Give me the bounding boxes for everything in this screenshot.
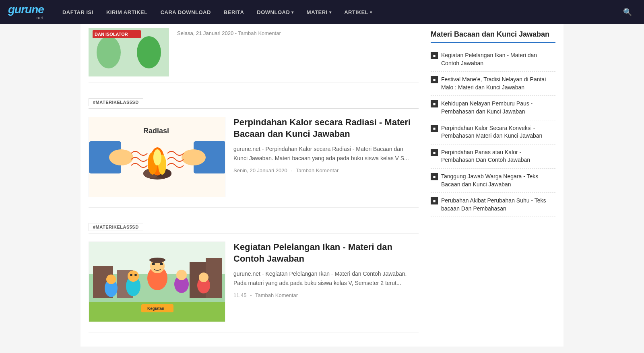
nav-materi[interactable]: MATERI ▾ (300, 0, 338, 24)
svg-point-33 (128, 270, 139, 282)
sidebar-item-text-4: Perpindahan Kalor Secara Konveksi - Pemb… (441, 124, 555, 140)
svg-point-35 (134, 274, 137, 276)
nav-download[interactable]: DOWNLOAD ▾ (250, 0, 300, 24)
article-card-1: Radiasi Perpindahan Kalor secara Radiasi… (89, 117, 419, 208)
article-date: Selasa, 21 Januari 2020 - Tambah Komenta… (177, 28, 281, 36)
article-meta-1: Senin, 20 Januari 2020 - Tambah Komentar (233, 167, 419, 173)
article-body-2: Kegiatan Pelelangan Ikan - Materi dan Co… (233, 242, 419, 322)
article-card-2: Kegiatan Kegiatan Pelelangan Ikan - Mate… (89, 242, 419, 332)
article-title-1[interactable]: Perpindahan Kalor secara Radiasi - Mater… (233, 117, 419, 140)
article-image-2: Kegiatan (89, 242, 225, 322)
svg-point-17 (153, 149, 161, 165)
article-excerpt-2: gurune.net - Kegiatan Pelelangan Ikan - … (233, 269, 419, 287)
svg-text:DAN ISOLATOR: DAN ISOLATOR (95, 32, 128, 37)
sidebar-item-text-2: Festival Mane'e, Tradisi Nelayan di Pant… (441, 76, 555, 91)
nav-links: DAFTAR ISI KIRIM ARTIKEL CARA DOWNLOAD B… (56, 0, 619, 24)
category-tag-2[interactable]: #MATERIKELAS5SD (89, 223, 143, 231)
svg-point-28 (152, 263, 155, 265)
sidebar-list: ■ Kegiatan Pelelangan Ikan - Materi dan … (431, 47, 555, 217)
nav-daftar-isi[interactable]: DAFTAR ISI (56, 0, 100, 24)
logo-text: gurune (8, 4, 44, 15)
category-section-1: #MATERIKELAS5SD (89, 90, 419, 208)
article-top-meta: Selasa, 21 Januari 2020 - Tambah Komenta… (177, 28, 281, 36)
svg-point-37 (176, 270, 187, 280)
chevron-down-icon: ▾ (329, 10, 332, 14)
bookmark-icon-1: ■ (431, 52, 438, 59)
svg-text:Kegiatan: Kegiatan (147, 306, 164, 311)
sidebar-item-1[interactable]: ■ Kegiatan Pelelangan Ikan - Materi dan … (431, 47, 555, 72)
article-meta-2: 11.45 - Tambah Komentar (233, 292, 419, 298)
sidebar-item-7[interactable]: ■ Perubahan Akibat Perubahan Suhu - Teks… (431, 193, 555, 217)
chevron-down-icon: ▾ (370, 10, 372, 14)
bookmark-icon-3: ■ (431, 100, 438, 107)
svg-point-3 (137, 36, 161, 68)
sidebar-item-5[interactable]: ■ Perpindahan Panas atau Kalor - Pembaha… (431, 145, 555, 169)
nav-artikel[interactable]: ARTIKEL ▾ (338, 0, 378, 24)
article-top-image: DAN ISOLATOR (89, 28, 169, 76)
bookmark-icon-2: ■ (431, 76, 438, 83)
svg-point-39 (106, 275, 116, 284)
sidebar-item-4[interactable]: ■ Perpindahan Kalor Secara Konveksi - Pe… (431, 120, 555, 145)
svg-rect-31 (153, 258, 162, 263)
sidebar: Materi Bacaan dan Kunci Jawaban ■ Kegiat… (431, 24, 555, 347)
nav-kirim-artikel[interactable]: KIRIM ARTIKEL (100, 0, 154, 24)
nav-cara-download[interactable]: CARA DOWNLOAD (154, 0, 217, 24)
svg-point-34 (130, 274, 132, 276)
article-excerpt-1: gurune.net - Perpindahan Kalor secara Ra… (233, 145, 419, 163)
sidebar-item-2[interactable]: ■ Festival Mane'e, Tradisi Nelayan di Pa… (431, 72, 555, 96)
bookmark-icon-4: ■ (431, 125, 438, 132)
sidebar-item-6[interactable]: ■ Tanggung Jawab Warga Negara - Teks Bac… (431, 169, 555, 193)
article-image-1: Radiasi (89, 117, 225, 197)
sidebar-title: Materi Bacaan dan Kunci Jawaban (431, 30, 555, 43)
chevron-down-icon: ▾ (291, 10, 294, 14)
site-logo[interactable]: gurune net (8, 4, 44, 20)
svg-point-10 (182, 149, 206, 165)
bookmark-icon-5: ■ (431, 149, 438, 156)
sidebar-item-text-5: Perpindahan Panas atau Kalor - Pembahasa… (441, 149, 555, 164)
bookmark-icon-6: ■ (431, 173, 438, 180)
category-tag-1[interactable]: #MATERIKELAS5SD (89, 98, 143, 106)
svg-point-2 (97, 36, 121, 68)
nav-berita[interactable]: BERITA (217, 0, 250, 24)
article-date-2: 11.45 (233, 292, 247, 298)
sidebar-item-text-6: Tanggung Jawab Warga Negara - Teks Bacaa… (441, 173, 555, 188)
article-comment-1[interactable]: Tambah Komentar (296, 167, 339, 173)
article-top-partial: DAN ISOLATOR Selasa, 21 Januari 2020 - T… (89, 24, 419, 83)
sidebar-item-text-7: Perubahan Akibat Perubahan Suhu - Teks b… (441, 197, 555, 213)
svg-point-8 (109, 149, 133, 165)
article-body-1: Perpindahan Kalor secara Radiasi - Mater… (233, 117, 419, 197)
category-section-2: #MATERIKELAS5SD (89, 215, 419, 332)
article-title-2[interactable]: Kegiatan Pelelangan Ikan - Materi dan Co… (233, 242, 419, 264)
article-comment-2[interactable]: Tambah Komentar (255, 292, 298, 298)
logo-sub: net (8, 15, 44, 20)
bookmark-icon-7: ■ (431, 197, 438, 204)
sidebar-item-3[interactable]: ■ Kehidupan Nelayan Pemburu Paus - Pemba… (431, 96, 555, 120)
article-date-1: Senin, 20 Januari 2020 (233, 167, 287, 173)
main-nav: gurune net DAFTAR ISI KIRIM ARTIKEL CARA… (0, 0, 644, 24)
svg-text:Radiasi: Radiasi (143, 127, 169, 135)
svg-point-41 (199, 272, 208, 282)
sidebar-item-text-3: Kehidupan Nelayan Pemburu Paus - Pembaha… (441, 100, 555, 116)
search-icon[interactable]: 🔍 (619, 0, 636, 24)
svg-point-29 (160, 263, 163, 265)
main-content: DAN ISOLATOR Selasa, 21 Januari 2020 - T… (89, 24, 419, 347)
comment-link[interactable]: Tambah Komentar (238, 30, 281, 36)
page-wrapper: DAN ISOLATOR Selasa, 21 Januari 2020 - T… (80, 24, 564, 347)
sidebar-item-text-1: Kegiatan Pelelangan Ikan - Materi dan Co… (441, 52, 555, 67)
